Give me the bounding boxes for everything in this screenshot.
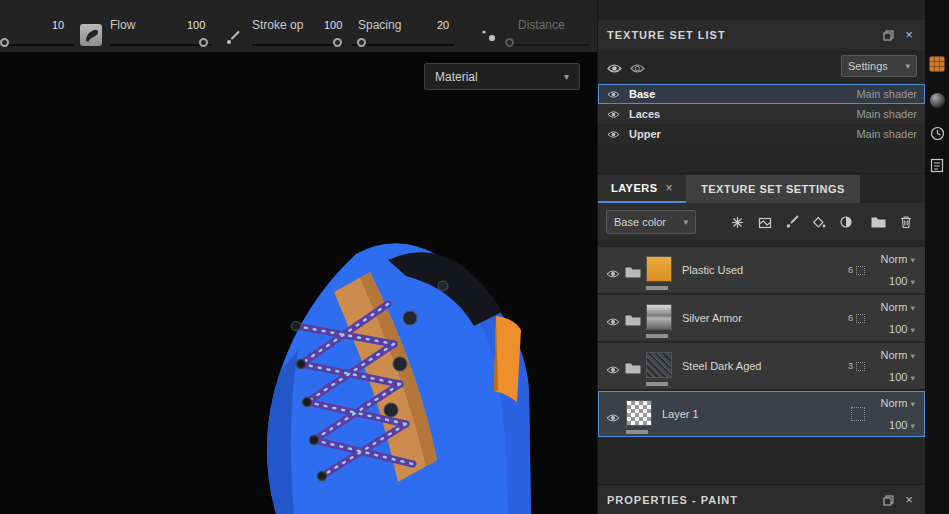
layer-row-layer-1[interactable]: Layer 1 Norm ▾ 100 ▾: [598, 391, 925, 437]
boot-3d-model[interactable]: [238, 230, 568, 514]
texture-set-filter-row: Settings ▾: [598, 50, 925, 82]
spacing-dots-icon: [480, 28, 498, 44]
chevron-down-icon: ▾: [910, 255, 915, 265]
layer-effects-badge: 6: [848, 265, 865, 275]
layer-name: Plastic Used: [682, 264, 743, 276]
distance-slider-knob[interactable]: [505, 38, 514, 47]
layer-thumbnail[interactable]: [646, 256, 672, 282]
chevron-down-icon: ▾: [910, 325, 915, 335]
close-icon[interactable]: ×: [666, 181, 674, 195]
layer-name: Silver Armor: [682, 312, 742, 324]
fill-bucket-icon[interactable]: [811, 214, 827, 230]
close-icon[interactable]: ×: [902, 493, 916, 507]
undock-icon[interactable]: [881, 493, 895, 507]
layer-thumbnail[interactable]: [646, 352, 672, 378]
flow-label: Flow: [110, 18, 135, 32]
add-folder-icon[interactable]: [870, 214, 886, 230]
effects-count: 6: [848, 265, 853, 275]
spacing-value: 20: [437, 19, 449, 31]
layer-name: Layer 1: [662, 408, 699, 420]
opacity-field[interactable]: 100 ▾: [889, 419, 915, 431]
boot-render: [238, 230, 568, 514]
settings-dropdown-label: Settings: [848, 60, 888, 72]
chevron-down-icon: ▾: [910, 399, 915, 409]
texture-set-list-header: TEXTURE SET LIST ×: [598, 20, 925, 50]
flow-slider-track[interactable]: [110, 44, 212, 46]
layer-effects-badge: 3: [848, 361, 865, 371]
texture-set-row-upper[interactable]: Upper Main shader: [598, 124, 925, 144]
layer-row-silver-armor[interactable]: Silver Armor 6 Norm ▾ 100 ▾: [598, 295, 925, 341]
texture-set-row-laces[interactable]: Laces Main shader: [598, 104, 925, 124]
layer-row-plastic-used[interactable]: Plastic Used 6 Norm ▾ 100 ▾: [598, 247, 925, 293]
chevron-down-icon: ▾: [910, 421, 915, 431]
viewport-shading-dropdown[interactable]: Material ▾: [424, 63, 580, 90]
channel-dropdown-label: Base color: [614, 216, 666, 228]
layer-row-steel-dark-aged[interactable]: Steel Dark Aged 3 Norm ▾ 100 ▾: [598, 343, 925, 389]
opacity-field[interactable]: 100 ▾: [889, 275, 915, 287]
eye-icon[interactable]: [607, 130, 620, 139]
brush-stroke-icon: [82, 26, 100, 44]
spacing-slider-track[interactable]: [352, 44, 454, 46]
viewport-3d[interactable]: Material ▾: [0, 52, 597, 514]
layer-thumbnail[interactable]: [626, 400, 652, 426]
stamp-icon[interactable]: [757, 214, 773, 230]
trash-icon[interactable]: [898, 214, 914, 230]
eye-visible-icon[interactable]: [607, 60, 622, 78]
layer-name: Steel Dark Aged: [682, 360, 762, 372]
eye-outline-icon[interactable]: [630, 60, 645, 78]
tab-texture-set-settings[interactable]: TEXTURE SET SETTINGS: [686, 175, 860, 203]
paint-brush-icon[interactable]: [784, 214, 800, 230]
eye-icon[interactable]: [606, 409, 620, 427]
flow-slider-knob[interactable]: [199, 38, 208, 47]
history-icon[interactable]: [929, 125, 945, 141]
folder-icon: [625, 312, 641, 330]
tab-layers[interactable]: LAYERS ×: [598, 175, 686, 203]
panel-tabs: LAYERS × TEXTURE SET SETTINGS: [598, 175, 925, 203]
chevron-down-icon: ▾: [910, 351, 915, 361]
stroke-opacity-value: 100: [324, 19, 342, 31]
close-icon[interactable]: ×: [902, 28, 916, 42]
chevron-down-icon: ▾: [683, 217, 688, 227]
size-slider-track[interactable]: [2, 44, 74, 46]
blend-mode-dropdown[interactable]: Norm ▾: [881, 301, 915, 313]
layer-thumbnail[interactable]: [646, 304, 672, 330]
app-window: 10 Flow 100 Stroke op 100 Spacing 20: [0, 0, 949, 514]
opacity-field[interactable]: 100 ▾: [889, 371, 915, 383]
brush-preview-button[interactable]: [80, 24, 102, 46]
undock-icon[interactable]: [881, 28, 895, 42]
blend-mode-dropdown[interactable]: Norm ▾: [881, 349, 915, 361]
spacing-label: Spacing: [358, 18, 401, 32]
size-slider-knob[interactable]: [0, 38, 9, 47]
spacing-slider-knob[interactable]: [357, 38, 366, 47]
assets-icon[interactable]: [929, 56, 945, 72]
eye-icon[interactable]: [606, 361, 620, 379]
stroke-opacity-slider-track[interactable]: [252, 44, 344, 46]
viewport-shading-label: Material: [435, 70, 478, 84]
smudge-icon[interactable]: [838, 214, 854, 230]
add-effect-icon[interactable]: [729, 214, 745, 230]
eye-icon[interactable]: [606, 313, 620, 331]
brush-toolbar: 10 Flow 100 Stroke op 100 Spacing 20: [0, 0, 597, 52]
dotted-box-icon: [856, 266, 865, 275]
layer-mask-bar: [626, 430, 648, 434]
distance-label: Distance: [518, 18, 565, 32]
eye-icon[interactable]: [606, 265, 620, 283]
effects-count: 6: [848, 313, 853, 323]
texture-set-shader: Main shader: [856, 88, 917, 100]
opacity-field[interactable]: 100 ▾: [889, 323, 915, 335]
eye-icon[interactable]: [607, 90, 620, 99]
layer-effects-badge: [851, 407, 865, 421]
settings-dropdown[interactable]: Settings ▾: [841, 55, 917, 77]
blend-mode-dropdown[interactable]: Norm ▾: [881, 253, 915, 265]
log-icon[interactable]: [929, 157, 945, 173]
stroke-opacity-slider-knob[interactable]: [333, 38, 342, 47]
distance-slider-track[interactable]: [504, 44, 590, 46]
texture-set-row-base[interactable]: Base Main shader: [598, 84, 925, 104]
brush-tip-icon: [225, 30, 241, 46]
blend-mode-dropdown[interactable]: Norm ▾: [881, 397, 915, 409]
dotted-box-icon: [856, 362, 865, 371]
eye-icon[interactable]: [607, 110, 620, 119]
display-settings-sphere-icon[interactable]: [929, 92, 945, 108]
channel-dropdown[interactable]: Base color ▾: [606, 210, 696, 234]
tab-texture-set-settings-label: TEXTURE SET SETTINGS: [701, 183, 845, 195]
